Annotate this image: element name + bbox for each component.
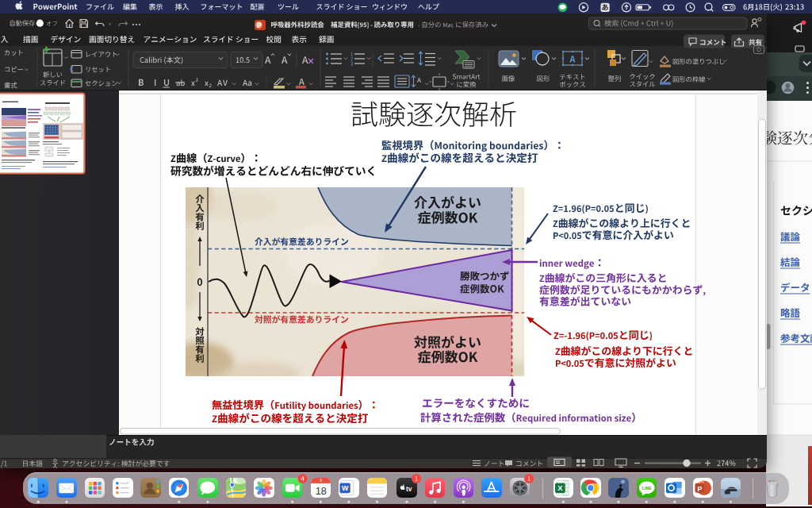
svg-text:tv: tv: [406, 485, 412, 493]
svg-text:W: W: [342, 484, 349, 492]
svg-text:18: 18: [315, 484, 326, 496]
svg-text:LINE: LINE: [642, 485, 652, 490]
svg-text:P: P: [697, 484, 702, 492]
svg-text:X: X: [557, 484, 563, 492]
